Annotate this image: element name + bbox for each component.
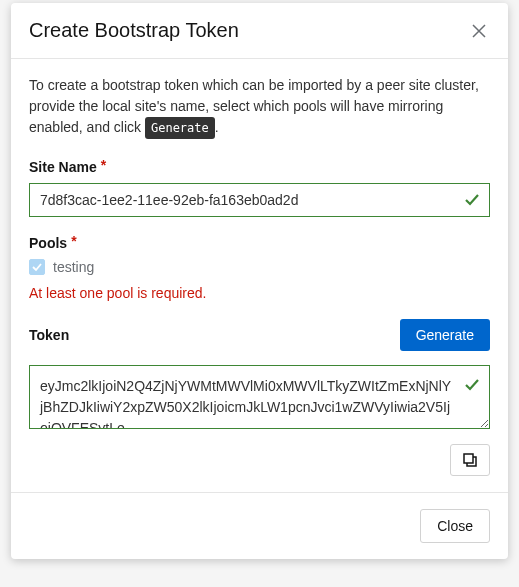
svg-rect-1 [464,454,473,463]
modal-title: Create Bootstrap Token [29,19,239,42]
checkbox-icon [29,259,45,275]
copy-button[interactable] [450,444,490,476]
check-icon [464,192,480,208]
pools-error: At least one pool is required. [29,285,490,301]
token-label: Token [29,327,69,343]
required-asterisk: * [101,157,106,173]
generate-kbd: Generate [145,117,215,139]
site-name-label-text: Site Name [29,159,97,175]
create-bootstrap-token-modal: Create Bootstrap Token To create a boots… [11,3,508,559]
token-header-row: Token Generate [29,319,490,351]
close-icon-button[interactable] [468,20,490,42]
copy-row [29,444,490,476]
description-tail: . [215,119,219,135]
close-icon [472,24,486,38]
modal-description: To create a bootstrap token which can be… [29,75,490,139]
close-button[interactable]: Close [420,509,490,543]
generate-button[interactable]: Generate [400,319,490,351]
pool-option-label: testing [53,259,94,275]
modal-body: To create a bootstrap token which can be… [11,59,508,492]
modal-footer: Close [11,492,508,559]
modal-header: Create Bootstrap Token [11,3,508,59]
token-textarea[interactable] [29,365,490,429]
site-name-label: Site Name* [29,159,106,175]
site-name-group: Site Name* [29,159,490,217]
pools-group: Pools* testing At least one pool is requ… [29,235,490,301]
description-text: To create a bootstrap token which can be… [29,77,479,135]
site-name-input-wrap [29,183,490,217]
site-name-input[interactable] [29,183,490,217]
required-asterisk: * [71,233,76,249]
check-icon [464,377,480,393]
token-textarea-wrap [29,365,490,432]
copy-icon [463,453,477,467]
pools-label: Pools* [29,235,77,251]
pool-option-testing[interactable]: testing [29,259,490,275]
pools-label-text: Pools [29,235,67,251]
